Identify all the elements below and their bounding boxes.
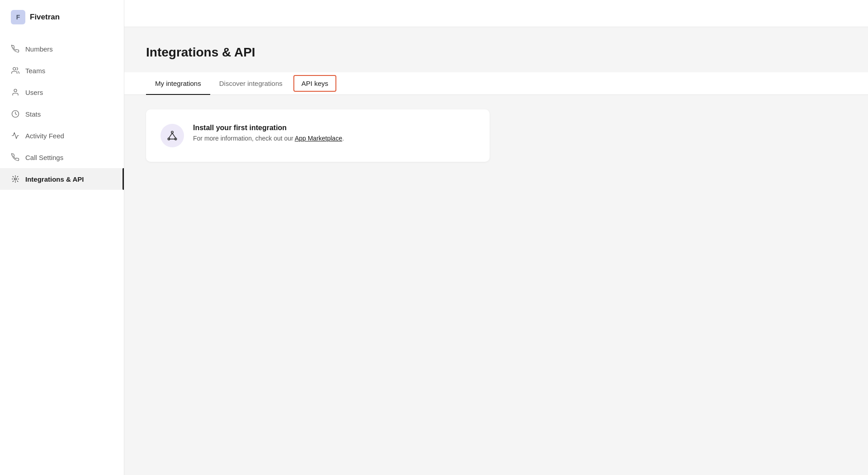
empty-state-title: Install your first integration	[193, 124, 344, 132]
empty-state-card: Install your first integration For more …	[146, 109, 490, 162]
logo-avatar: F	[11, 10, 25, 24]
sidebar-label-numbers: Numbers	[25, 45, 53, 53]
integration-icon-wrapper	[160, 124, 184, 147]
user-icon	[11, 88, 20, 97]
tab-my-integrations[interactable]: My integrations	[146, 72, 210, 94]
empty-state-text: Install your first integration For more …	[193, 124, 344, 142]
empty-state-description: For more information, check out our App …	[193, 135, 344, 142]
sidebar-item-stats[interactable]: Stats	[0, 103, 124, 125]
sidebar-label-users: Users	[25, 89, 43, 96]
sidebar: F Fivetran Numbers Teams	[0, 0, 124, 475]
sidebar-label-call-settings: Call Settings	[25, 154, 63, 161]
app-name: Fivetran	[30, 13, 60, 22]
svg-point-3	[14, 178, 17, 180]
svg-line-7	[169, 133, 172, 138]
sidebar-label-teams: Teams	[25, 67, 45, 75]
sidebar-item-teams[interactable]: Teams	[0, 60, 124, 81]
sidebar-nav: Numbers Teams Users	[0, 34, 124, 193]
app-marketplace-link[interactable]: App Marketplace	[295, 135, 342, 142]
svg-point-0	[13, 67, 16, 70]
sidebar-item-activity-feed[interactable]: Activity Feed	[0, 125, 124, 146]
sidebar-item-integrations-api[interactable]: Integrations & API	[0, 168, 124, 190]
phone-icon	[11, 44, 20, 53]
sidebar-label-stats: Stats	[25, 110, 41, 118]
integrations-icon	[11, 174, 20, 183]
sidebar-item-users[interactable]: Users	[0, 81, 124, 103]
sidebar-item-numbers[interactable]: Numbers	[0, 38, 124, 60]
tab-api-keys[interactable]: API keys	[293, 75, 336, 92]
call-settings-icon	[11, 153, 20, 162]
page-title: Integrations & API	[146, 45, 846, 60]
tab-discover-integrations[interactable]: Discover integrations	[210, 72, 292, 94]
tabs-bar: My integrations Discover integrations AP…	[124, 72, 868, 95]
app-logo[interactable]: F Fivetran	[0, 0, 124, 34]
sidebar-item-call-settings[interactable]: Call Settings	[0, 146, 124, 168]
svg-line-8	[172, 133, 176, 138]
content-area: Integrations & API My integrations Disco…	[124, 27, 868, 475]
stats-icon	[11, 109, 20, 118]
sidebar-label-integrations-api: Integrations & API	[25, 175, 84, 183]
sidebar-label-activity-feed: Activity Feed	[25, 132, 64, 140]
tab-content: Install your first integration For more …	[146, 95, 846, 162]
activity-icon	[11, 131, 20, 140]
teams-icon	[11, 66, 20, 75]
top-bar	[124, 0, 868, 27]
svg-point-1	[14, 89, 17, 92]
main-content: Integrations & API My integrations Disco…	[124, 0, 868, 475]
